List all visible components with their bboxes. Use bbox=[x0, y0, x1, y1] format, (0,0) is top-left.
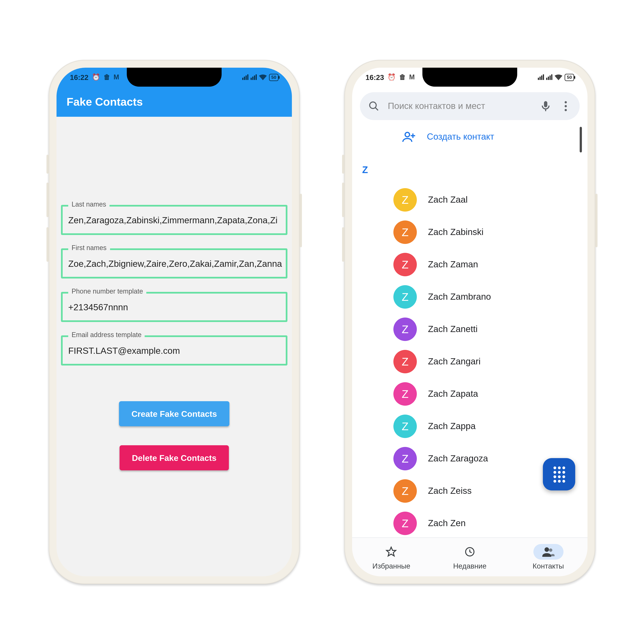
wifi-icon bbox=[259, 74, 267, 80]
contact-row[interactable]: ZZach Zangari bbox=[393, 345, 580, 378]
scroll-indicator[interactable] bbox=[580, 127, 582, 152]
contact-name: Zach Zangari bbox=[428, 357, 481, 367]
alarm-icon: ⏰ bbox=[387, 73, 396, 81]
svg-line-1 bbox=[375, 108, 378, 110]
contact-avatar: Z bbox=[393, 253, 417, 276]
contact-row[interactable]: ZZach Zaman bbox=[393, 248, 580, 281]
mic-icon[interactable] bbox=[540, 101, 552, 112]
contact-name: Zach Zappa bbox=[428, 421, 476, 431]
status-time: 16:22 bbox=[70, 73, 88, 81]
svg-point-13 bbox=[549, 548, 552, 552]
contact-name: Zach Zapata bbox=[428, 389, 478, 399]
field-label: Phone number template bbox=[68, 287, 146, 295]
battery-icon: 50 bbox=[269, 74, 278, 81]
contact-avatar: Z bbox=[393, 220, 417, 244]
contact-avatar: Z bbox=[393, 479, 417, 503]
phone-template-input[interactable]: +2134567nnnn bbox=[63, 294, 286, 320]
contact-avatar: Z bbox=[393, 318, 417, 341]
last-names-field[interactable]: Last names Zen,Zaragoza,Zabinski,Zimmerm… bbox=[61, 205, 287, 235]
gmail-icon: M bbox=[114, 73, 119, 81]
trash-icon: 🗑 bbox=[104, 73, 110, 81]
status-time: 16:23 bbox=[366, 73, 384, 81]
phone-right-screen: 16:23 ⏰ 🗑 M 50 bbox=[352, 68, 587, 576]
svg-point-6 bbox=[565, 109, 567, 111]
side-button bbox=[46, 183, 49, 217]
signal-icon bbox=[242, 74, 248, 80]
side-button bbox=[342, 155, 344, 174]
create-contacts-button[interactable]: Create Fake Contacts bbox=[119, 401, 229, 426]
signal-icon bbox=[538, 74, 544, 80]
clock-icon bbox=[464, 546, 475, 557]
contact-avatar: Z bbox=[393, 415, 417, 438]
contact-name: Zach Zabinski bbox=[428, 227, 484, 237]
phone-left-frame: 16:22 ⏰ 🗑 M 50 Fake Contacts bbox=[49, 60, 300, 584]
side-button bbox=[46, 227, 49, 262]
app-bar: Fake Contacts bbox=[57, 87, 292, 117]
svg-rect-2 bbox=[544, 101, 547, 107]
contact-name: Zach Zambrano bbox=[428, 292, 491, 302]
contact-row[interactable]: ZZach Zaal bbox=[393, 184, 580, 216]
field-label: Last names bbox=[68, 200, 110, 208]
battery-icon: 50 bbox=[565, 74, 574, 81]
notch bbox=[127, 68, 222, 87]
kebab-menu-icon[interactable] bbox=[560, 101, 572, 111]
contact-row[interactable]: ZZach Zapata bbox=[393, 378, 580, 410]
svg-point-7 bbox=[405, 132, 410, 137]
bottom-nav: Избранные Недавние Контакты bbox=[352, 537, 587, 576]
star-icon bbox=[386, 546, 397, 557]
wifi-icon bbox=[555, 74, 562, 80]
create-contact-label: Создать контакт bbox=[427, 132, 494, 142]
phone-template-field[interactable]: Phone number template +2134567nnnn bbox=[61, 292, 287, 322]
index-letter: Z bbox=[362, 165, 368, 176]
email-template-field[interactable]: Email address template FIRST.LAST@exampl… bbox=[61, 335, 287, 366]
search-icon bbox=[368, 101, 380, 112]
nav-favorites[interactable]: Избранные bbox=[352, 538, 431, 576]
create-contact-button[interactable]: Создать контакт bbox=[360, 123, 587, 152]
contact-name: Zach Zaragoza bbox=[428, 454, 488, 464]
gmail-icon: M bbox=[409, 73, 415, 81]
svg-marker-10 bbox=[387, 547, 396, 556]
field-label: Email address template bbox=[68, 331, 145, 339]
first-names-input[interactable]: Zoe,Zach,Zbigniew,Zaire,Zero,Zakai,Zamir… bbox=[63, 250, 286, 277]
contact-avatar: Z bbox=[393, 188, 417, 212]
svg-point-5 bbox=[565, 105, 567, 107]
email-template-input[interactable]: FIRST.LAST@example.com bbox=[63, 337, 286, 364]
contact-name: Zach Zen bbox=[428, 518, 466, 528]
contact-name: Zach Zaal bbox=[428, 195, 468, 205]
contact-row[interactable]: ZZach Zambrano bbox=[393, 281, 580, 313]
contact-avatar: Z bbox=[393, 447, 417, 470]
side-button bbox=[595, 194, 598, 247]
phone-left-screen: 16:22 ⏰ 🗑 M 50 Fake Contacts bbox=[57, 68, 292, 576]
side-button bbox=[342, 227, 344, 262]
contact-avatar: Z bbox=[393, 350, 417, 373]
contact-name: Zach Zaman bbox=[428, 260, 478, 270]
nav-label: Контакты bbox=[533, 562, 564, 570]
contact-name: Zach Zanetti bbox=[428, 324, 478, 334]
contact-row[interactable]: ZZach Zappa bbox=[393, 410, 580, 442]
phone-right-frame: 16:23 ⏰ 🗑 M 50 bbox=[344, 60, 595, 584]
nav-label: Избранные bbox=[372, 562, 410, 570]
svg-point-4 bbox=[565, 101, 567, 103]
svg-point-0 bbox=[370, 102, 376, 109]
people-icon bbox=[542, 547, 554, 557]
side-button bbox=[46, 155, 49, 174]
dialpad-icon bbox=[553, 466, 565, 482]
nav-contacts[interactable]: Контакты bbox=[509, 538, 587, 576]
delete-contacts-button[interactable]: Delete Fake Contacts bbox=[120, 445, 229, 470]
nav-recent[interactable]: Недавние bbox=[431, 538, 509, 576]
first-names-field[interactable]: First names Zoe,Zach,Zbigniew,Zaire,Zero… bbox=[61, 248, 287, 278]
search-placeholder: Поиск контактов и мест bbox=[388, 101, 532, 111]
contacts-body: Создать контакт Z ZZach ZaalZZach Zabins… bbox=[352, 123, 587, 537]
contact-row[interactable]: ZZach Zanetti bbox=[393, 313, 580, 345]
search-bar[interactable]: Поиск контактов и мест bbox=[360, 92, 580, 120]
contact-row[interactable]: ZZach Zabinski bbox=[393, 216, 580, 248]
app-title: Fake Contacts bbox=[67, 95, 143, 108]
dialpad-fab[interactable] bbox=[543, 458, 575, 490]
contact-row[interactable]: ZZach Zen bbox=[393, 507, 580, 537]
side-button bbox=[342, 183, 344, 217]
nav-label: Недавние bbox=[453, 562, 486, 570]
contact-avatar: Z bbox=[393, 382, 417, 406]
contact-avatar: Z bbox=[393, 512, 417, 535]
alarm-icon: ⏰ bbox=[92, 73, 100, 81]
last-names-input[interactable]: Zen,Zaragoza,Zabinski,Zimmermann,Zapata,… bbox=[63, 207, 286, 233]
